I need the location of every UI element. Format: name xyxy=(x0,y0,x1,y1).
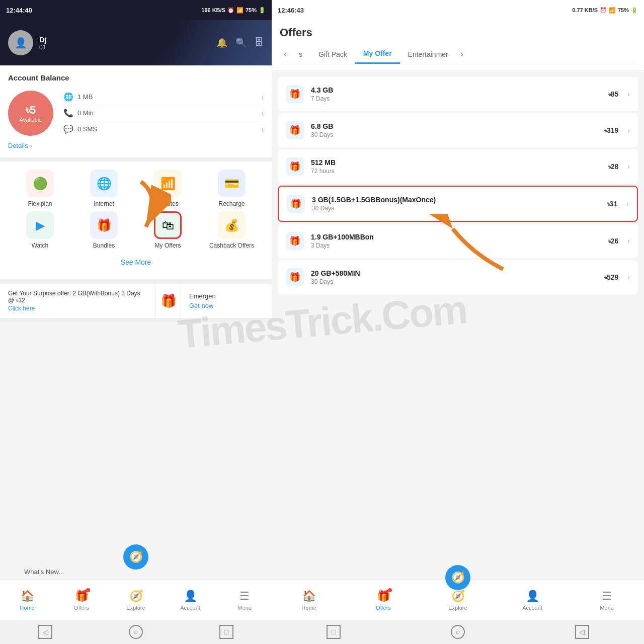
right-home-icon: 🏠 xyxy=(302,590,316,603)
tabs-row: ‹ s Gift Pack My Offer Entertainmer › xyxy=(280,44,636,64)
offer-card-6[interactable]: 🎁 20 GB+580MIN 30 Days ৳529 › xyxy=(278,260,638,294)
menu-icon: ☰ xyxy=(239,590,250,603)
offer-chevron-6: › xyxy=(627,273,630,281)
left-nav-explore[interactable]: 🧭 Explore xyxy=(109,586,163,615)
tab-prev-arrow[interactable]: ‹ xyxy=(280,49,291,59)
alarm-icon: ⏰ xyxy=(227,7,234,14)
right-back-button[interactable]: □ xyxy=(327,625,341,639)
tab-gift-pack[interactable]: Gift Pack xyxy=(310,45,355,63)
left-system-nav: ◁ ○ □ xyxy=(0,620,272,644)
account-label: Account xyxy=(180,605,200,611)
left-nav-offers[interactable]: 🎁 Offers xyxy=(54,586,109,615)
minutes-icon: 📶 xyxy=(160,177,176,191)
offer-price-3: ৳28 xyxy=(608,163,619,171)
right-nav-home[interactable]: 🏠 Home xyxy=(272,586,346,615)
signal-icon: 📶 xyxy=(236,7,244,14)
sms-icon: 💬 xyxy=(63,124,73,134)
offer-card-1[interactable]: 🎁 4.3 GB 7 Days ৳85 › xyxy=(278,77,638,111)
grid-item-watch[interactable]: ▶ Watch xyxy=(15,211,65,249)
account-balance-title: Account Balance xyxy=(8,73,264,82)
watch-icon: ▶ xyxy=(36,218,45,232)
right-data-speed: 0.77 KB/S xyxy=(572,7,598,13)
calls-arrow[interactable]: › xyxy=(262,110,264,117)
right-nav-offers[interactable]: 🎁 Offers xyxy=(346,586,421,615)
tab-my-offer[interactable]: My Offer xyxy=(355,44,400,64)
promo-gift-icon: 🎁 xyxy=(160,293,177,309)
offer-price-2: ৳319 xyxy=(604,126,618,135)
offer-gift-icon-6: 🎁 xyxy=(286,268,304,286)
grid-item-minutes[interactable]: 📶 Minutes xyxy=(143,170,193,207)
right-explore-icon: 🧭 xyxy=(451,590,465,603)
grid-item-myoffers[interactable]: 🛍 My Offers xyxy=(143,211,193,249)
data-arrow[interactable]: › xyxy=(262,94,264,101)
grid-item-flexiplan[interactable]: 🟢 Flexiplan xyxy=(15,170,65,207)
tab-s[interactable]: s xyxy=(291,45,310,63)
back-button[interactable]: ◁ xyxy=(38,625,52,639)
flexiplan-label: Flexiplan xyxy=(28,200,52,207)
offer-info-1: 4.3 GB 7 Days xyxy=(311,86,601,102)
flexiplan-icon: 🟢 xyxy=(33,177,48,191)
offer-name-6: 20 GB+580MIN xyxy=(311,269,597,277)
offer-gift-icon-5: 🎁 xyxy=(286,232,304,250)
right-nav-menu[interactable]: ☰ Menu xyxy=(570,586,644,615)
bundles-icon-wrap: 🎁 xyxy=(90,211,118,239)
right-account-label: Account xyxy=(522,605,542,611)
left-panel: 12:44:40 196 KB/S ⏰ 📶 75% 🔋 👤 Dj 01 🔔 🔍 … xyxy=(0,0,272,644)
offer-price-5: ৳26 xyxy=(608,237,619,246)
offer-chevron-4: › xyxy=(626,200,629,208)
home-button[interactable]: ○ xyxy=(129,625,143,639)
grid-item-recharge[interactable]: 💳 Recharge xyxy=(207,170,257,207)
right-system-nav: □ ○ ◁ xyxy=(272,620,644,644)
internet-icon: 🌐 xyxy=(97,177,112,191)
offer-duration-6: 30 Days xyxy=(311,278,597,285)
offers-label: Offers xyxy=(74,605,89,611)
left-status-icons: 196 KB/S ⏰ 📶 75% 🔋 xyxy=(201,7,266,14)
offer-name-1: 4.3 GB xyxy=(311,86,601,94)
internet-label: Internet xyxy=(94,200,114,207)
see-more-button[interactable]: See More xyxy=(8,253,264,271)
right-status-bar: 12:46:43 0.77 KB/S ⏰ 📶 75% 🔋 xyxy=(272,0,644,20)
details-link[interactable]: Details › xyxy=(8,142,264,149)
right-nav-account[interactable]: 👤 Account xyxy=(495,586,570,615)
offers-icon: 🎁 xyxy=(75,590,89,602)
promo-link[interactable]: Click here xyxy=(8,305,147,312)
battery-icon: 🔋 xyxy=(259,7,266,14)
offer-name-2: 6.8 GB xyxy=(311,122,597,130)
grid-item-internet[interactable]: 🌐 Internet xyxy=(79,170,129,207)
balance-item-calls: 📞 0 Min › xyxy=(63,105,264,121)
offer-duration-3: 72 hours xyxy=(311,168,601,175)
left-nav-home[interactable]: 🏠 Home xyxy=(0,586,54,615)
right-explore-fab[interactable]: 🧭 xyxy=(445,565,470,590)
left-nav-account[interactable]: 👤 Account xyxy=(163,586,217,615)
balance-item-sms: 💬 0 SMS › xyxy=(63,121,264,137)
tab-entertainment[interactable]: Entertainmer xyxy=(400,45,456,63)
tab-next-arrow[interactable]: › xyxy=(456,49,467,59)
recents-button[interactable]: □ xyxy=(219,625,233,639)
grid-row-1: 🟢 Flexiplan 🌐 Internet 📶 Minutes 💳 xyxy=(8,170,264,207)
offer-card-3[interactable]: 🎁 512 MB 72 hours ৳28 › xyxy=(278,149,638,184)
balance-item-data: 🌐 1 MB › xyxy=(63,89,264,105)
minutes-icon-wrap: 📶 xyxy=(154,170,182,197)
home-label: Home xyxy=(20,605,34,611)
promo-text: Get Your Surprise offer: 2 GB(WithBonus)… xyxy=(8,290,147,304)
account-icon: 👤 xyxy=(184,590,197,603)
right-recents-button[interactable]: ◁ xyxy=(575,625,589,639)
sms-value: 0 SMS xyxy=(77,125,97,133)
offer-list: 🎁 4.3 GB 7 Days ৳85 › 🎁 6.8 GB 30 Days ৳… xyxy=(272,71,644,580)
explore-fab[interactable]: 🧭 xyxy=(123,544,148,570)
offer-chevron-2: › xyxy=(627,126,630,134)
grid-item-bundles[interactable]: 🎁 Bundles xyxy=(79,211,129,249)
right-home-button[interactable]: ○ xyxy=(451,625,465,639)
offer-card-4-highlighted[interactable]: 🎁 3 GB(1.5GB+1.5GBBonus)(MaxOnce) 30 Day… xyxy=(278,186,638,222)
get-now-button[interactable]: Get now xyxy=(189,302,213,309)
offer-card-2[interactable]: 🎁 6.8 GB 30 Days ৳319 › xyxy=(278,113,638,147)
offers-page-title: Offers xyxy=(280,26,636,39)
left-nav-menu[interactable]: ☰ Menu xyxy=(217,586,272,615)
grid-item-cashback[interactable]: 💰 Cashback Offers xyxy=(207,211,257,249)
promo-row: Get Your Surprise offer: 2 GB(WithBonus)… xyxy=(0,283,272,318)
calls-value: 0 Min xyxy=(77,109,94,117)
offer-card-5[interactable]: 🎁 1.9 GB+100MBBon 3 Days ৳26 › xyxy=(278,224,638,258)
right-time: 12:46:43 xyxy=(278,7,304,14)
sms-arrow[interactable]: › xyxy=(262,126,264,133)
right-account-icon: 👤 xyxy=(526,590,539,603)
